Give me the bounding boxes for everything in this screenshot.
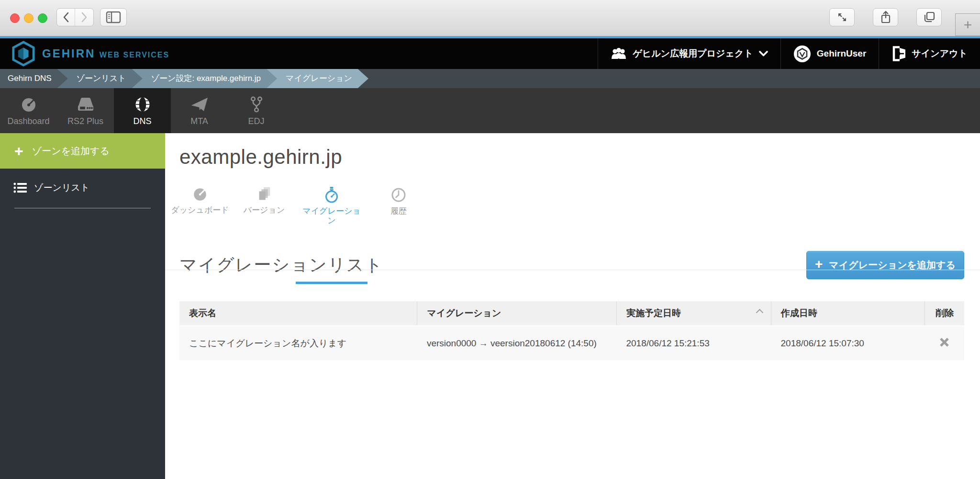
tab-migration[interactable]: マイグレーション [296,186,368,226]
column-header-migration[interactable]: マイグレーション [417,301,617,326]
stopwatch-icon [323,186,341,204]
globe-icon [133,95,152,114]
table-header-row: 表示名 マイグレーション 実施予定日時 作成日時 削除 [179,301,964,326]
breadcrumb-migration[interactable]: マイグレーション [267,69,368,88]
service-label: MTA [190,116,208,126]
tabs-overview-icon [923,11,935,23]
toggle-sidebar-button[interactable] [100,8,127,26]
service-dns[interactable]: DNS [114,88,171,133]
user-avatar [793,45,811,63]
service-label: Dashboard [7,116,49,126]
brand-name: GEHIRN [42,47,95,60]
user-menu[interactable]: GehirnUser [780,38,879,69]
chevron-down-icon [759,51,768,57]
service-dashboard[interactable]: Dashboard [0,88,57,133]
gehirn-logo-icon [11,41,35,67]
brand-suffix: WEB SERVICES [100,51,169,59]
clock-icon [390,186,408,204]
tab-label: ダッシュボード [171,205,229,215]
migration-table: 表示名 マイグレーション 実施予定日時 作成日時 削除 ここにマイグレーション名… [179,301,964,360]
breadcrumb-zone-list[interactable]: ゾーンリスト [57,69,143,88]
breadcrumb-gehirn-dns[interactable]: Gehirn DNS [0,69,68,88]
header-menu: ゲヒルン広報用プロジェクト GehirnUser [598,38,980,69]
chevron-left-icon [63,12,69,23]
zoom-window-button[interactable] [38,13,47,23]
table-row: ここにマイグレーション名が入ります version0000 → veersion… [179,326,964,360]
tab-versions[interactable]: バージョン [238,186,290,226]
list-icon [13,182,27,193]
zone-list-label: ゾーンリスト [34,182,89,194]
scheduled-datetime-cell: 2018/06/12 15:21:53 [616,326,771,360]
project-selector[interactable]: ゲヒルン広報用プロジェクト [598,38,780,69]
add-zone-label: ゾーンを追加する [32,145,110,158]
minimize-window-button[interactable] [24,13,33,23]
column-header-scheduled[interactable]: 実施予定日時 [616,301,771,326]
add-migration-button[interactable]: + マイグレーションを追加する [806,251,964,279]
chevron-right-icon [81,12,88,23]
new-tab-button[interactable]: + [955,13,980,36]
active-tab-underline [296,282,368,284]
plus-icon: + [964,17,972,33]
service-edj[interactable]: EDJ [228,88,285,133]
plus-icon: + [14,143,23,159]
signout-icon [891,46,906,62]
delete-migration-button[interactable] [925,326,964,360]
show-tabs-button[interactable] [916,8,942,26]
page-body: + ゾーンを追加する ゾーンリスト example.gehirn.jp [0,133,980,479]
service-nav: Dashboard RS2 Plus [0,88,980,133]
service-label: DNS [133,116,151,126]
sidebar: + ゾーンを追加する ゾーンリスト [0,133,165,479]
fullscreen-icon [836,11,848,23]
section-title: マイグレーションリスト [179,253,383,277]
sidebar-icon [106,11,121,23]
share-button[interactable] [873,8,898,26]
gehirn-brand[interactable]: GEHIRN WEB SERVICES [0,41,169,67]
column-header-delete: 削除 [925,301,964,326]
breadcrumb: Gehirn DNS ゾーンリスト ゾーン設定: example.gehirn.… [0,69,980,88]
zone-title: example.gehirn.jp [179,146,964,169]
gauge-icon [191,186,209,203]
zone-tabs: ダッシュボード バージョン [179,186,964,226]
tab-label: マイグレーション [301,206,362,226]
versions-icon [255,186,273,203]
paper-plane-icon [189,95,210,114]
service-rs2-plus[interactable]: RS2 Plus [57,88,114,133]
add-zone-button[interactable]: + ゾーンを追加する [0,133,165,169]
server-icon [76,95,96,114]
app-header: GEHIRN WEB SERVICES ゲヒルン広報用プロジェクト [0,36,980,69]
git-branch-icon [247,95,266,114]
tabbar-divider [165,270,980,270]
share-icon [880,11,892,24]
created-datetime-cell: 2018/06/12 15:07:30 [771,326,925,360]
history-nav-group [56,8,94,26]
project-name: ゲヒルン広報用プロジェクト [633,47,753,60]
migration-name-cell: ここにマイグレーション名が入ります [179,326,417,360]
migration-versions-cell: version0000 → veersion20180612 (14:50) [417,326,617,360]
service-mta[interactable]: MTA [171,88,228,133]
column-header-created[interactable]: 作成日時 [771,301,925,326]
signout-label: サインアウト [912,47,968,60]
column-header-name[interactable]: 表示名 [179,301,417,326]
gauge-icon [19,95,38,114]
forward-button[interactable] [75,9,93,26]
service-label: EDJ [248,116,264,126]
main-content: example.gehirn.jp ダッシュボード [165,133,980,479]
fullscreen-button[interactable] [829,8,855,26]
close-window-button[interactable] [10,13,20,23]
tab-label: 履歴 [390,206,407,216]
tab-dashboard[interactable]: ダッシュボード [168,186,232,226]
back-button[interactable] [57,9,75,26]
breadcrumb-zone-settings[interactable]: ゾーン設定: example.gehirn.jp [132,69,277,88]
team-icon [611,47,627,60]
user-name: GehirnUser [817,48,866,59]
browser-window: + GEHIRN WEB SERVICES [0,0,980,479]
sidebar-divider [14,208,151,208]
browser-chrome: + [0,0,980,36]
delete-x-icon [939,337,950,348]
service-label: RS2 Plus [67,116,103,126]
signout-button[interactable]: サインアウト [879,38,980,69]
sort-asc-icon [756,309,764,317]
sidebar-item-zone-list[interactable]: ゾーンリスト [0,169,165,207]
tab-label: バージョン [244,205,285,215]
tab-history[interactable]: 履歴 [377,186,420,226]
